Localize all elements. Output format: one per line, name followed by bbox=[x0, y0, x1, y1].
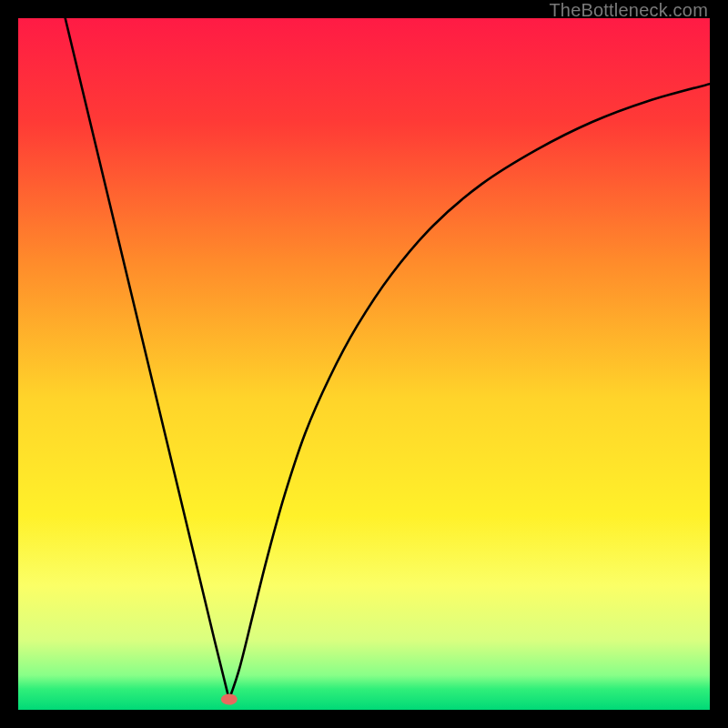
watermark-label: TheBottleneck.com bbox=[549, 0, 708, 21]
dip-marker bbox=[221, 694, 238, 705]
chart-frame bbox=[18, 18, 710, 710]
gradient-background bbox=[18, 18, 710, 710]
bottleneck-chart bbox=[18, 18, 710, 710]
